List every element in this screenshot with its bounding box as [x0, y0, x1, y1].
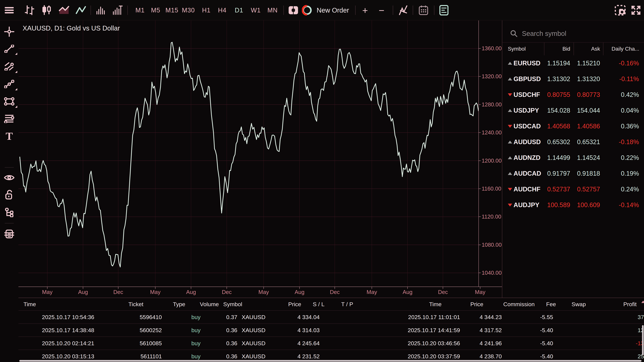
market-watch-row-audjpy[interactable]: AUDJPY100.589100.609-0.14% — [502, 197, 644, 213]
arrow-up-icon — [508, 156, 512, 159]
vertical-scrollbar[interactable] — [642, 325, 644, 355]
crosshair-tool-button[interactable] — [0, 24, 18, 39]
scroll-up-arrow[interactable] — [641, 301, 644, 303]
swap-cell — [590, 311, 615, 324]
line-chart-type-button[interactable] — [76, 0, 86, 20]
zoom-in-button[interactable]: + — [358, 0, 372, 20]
journal-icon — [440, 5, 448, 15]
price-cell: 4 334.04 — [287, 311, 320, 324]
trades-column-header[interactable]: Volume — [194, 298, 219, 310]
zoom-out-button[interactable]: − — [375, 0, 388, 20]
swap-cell — [590, 337, 615, 350]
fibonacci-tool-button[interactable] — [0, 111, 18, 126]
arrow-up-icon — [508, 109, 512, 112]
y-axis-line[interactable] — [478, 20, 479, 287]
text-tool-button[interactable]: T — [0, 129, 18, 144]
trades-column-header[interactable]: Price — [268, 298, 301, 310]
trades-column-header[interactable]: T / P — [336, 298, 359, 310]
menu-button[interactable] — [4, 0, 14, 20]
new-order-button[interactable]: New Order — [302, 0, 349, 20]
trades-column-header[interactable]: Swap — [572, 298, 597, 310]
object-tree-icon — [5, 208, 14, 217]
indicators-button[interactable] — [398, 0, 409, 20]
trades-column-header[interactable]: Time — [372, 298, 442, 310]
daily-change-cell: 0.22% — [595, 150, 639, 166]
trade-row-5610085[interactable]: 2025.10.20 02:14:215610085buy0.36XAUUSD4… — [18, 337, 644, 350]
daily-change-cell: -0.18% — [595, 134, 639, 150]
symbol-search[interactable] — [510, 25, 639, 42]
market-watch-column-header[interactable]: Daily Cha... — [596, 42, 639, 55]
y-axis-label: 1240.00 — [482, 129, 502, 136]
ask-cell: 100.609 — [556, 197, 600, 213]
fullscreen-icon — [630, 5, 641, 15]
ask-cell: 1.15210 — [556, 55, 600, 71]
screenshot-button[interactable] — [614, 0, 627, 20]
toolbar-separator — [355, 5, 356, 15]
market-watch-row-audchf[interactable]: AUDCHF0.527370.527570.24% — [502, 181, 644, 197]
market-watch-row-gbpusd[interactable]: GBPUSD1.313021.31320-0.11% — [502, 71, 644, 87]
new-order-icon — [302, 5, 312, 15]
price-chart[interactable] — [18, 20, 478, 287]
timeframe-mn-button[interactable]: MN — [262, 0, 282, 20]
tick-volumes-button[interactable] — [112, 0, 123, 20]
x-axis-tick — [47, 287, 48, 289]
x-axis-line[interactable] — [18, 287, 502, 287]
object-tree-tool-button[interactable] — [0, 205, 18, 220]
arrow-down-icon — [508, 125, 512, 128]
x-axis-label: Aug — [295, 289, 304, 295]
trendline-tool-button[interactable] — [0, 41, 18, 56]
trades-column-header[interactable]: Time — [24, 298, 100, 310]
volumes-button[interactable] — [96, 0, 106, 20]
unlock-tool-button[interactable] — [0, 187, 18, 202]
chart-window-button[interactable] — [288, 0, 299, 20]
visibility-tool-button[interactable] — [0, 170, 18, 185]
y-axis-label: 1200.00 — [482, 158, 502, 164]
calendar-button[interactable] — [418, 0, 429, 20]
ask-cell: 154.044 — [556, 103, 600, 118]
volumes-icon — [96, 6, 106, 15]
submenu-indicator — [15, 106, 17, 108]
trades-column-header[interactable]: Ticket — [104, 298, 144, 310]
sl-cell — [325, 324, 349, 337]
market-watch-column-header[interactable]: Ask — [556, 42, 600, 55]
market-watch-row-usdjpy[interactable]: USDJPY154.028154.0440.04% — [502, 103, 644, 118]
trades-column-header[interactable]: Profit — [603, 298, 636, 310]
indicators-icon — [398, 5, 408, 15]
trades-column-header[interactable]: Fee — [539, 298, 556, 310]
fullscreen-button[interactable] — [630, 0, 642, 20]
polyline-tool-button[interactable] — [0, 76, 18, 91]
timeframe-m30-button[interactable]: M30 — [178, 0, 198, 20]
trades-column-header[interactable]: Price — [450, 298, 483, 310]
horizontal-scrollbar[interactable] — [19, 360, 642, 362]
market-watch-row-audcad[interactable]: AUDCAD0.917970.918180.19% — [502, 166, 644, 181]
area-chart-type-button[interactable] — [59, 0, 70, 20]
trades-column-header[interactable]: S / L — [307, 298, 330, 310]
trades-column-header[interactable]: Symbol — [223, 298, 257, 310]
trades-column-header[interactable]: Commission — [493, 298, 535, 310]
market-watch-column-header[interactable]: Symbol — [508, 42, 526, 55]
volume-cell: 0.36 — [212, 324, 237, 337]
search-icon — [510, 30, 518, 37]
market-watch-row-audusd[interactable]: AUDUSD0.653020.65321-0.18% — [502, 134, 644, 150]
bar-chart-type-button[interactable] — [24, 0, 34, 20]
market-watch-row-usdchf[interactable]: USDCHF0.807550.807730.42% — [502, 87, 644, 103]
market-watch-row-eurusd[interactable]: EURUSD1.151941.15210-0.16% — [502, 55, 644, 71]
fee-cell — [558, 337, 574, 350]
daily-change-cell: 0.42% — [595, 87, 639, 103]
profit-cell: 377.03 — [622, 311, 644, 324]
tp-cell — [354, 337, 377, 350]
profit-cell: 125.64 — [622, 324, 644, 337]
journal-button[interactable] — [438, 0, 450, 20]
daily-change-cell: -0.11% — [595, 71, 639, 87]
channel-tool-button[interactable] — [0, 59, 18, 74]
y-axis-tick — [478, 273, 481, 273]
market-watch-row-audnzd[interactable]: AUDNZD1.144991.145240.22% — [502, 150, 644, 166]
candlestick-chart-type-button[interactable] — [42, 0, 52, 20]
rectangle-tool-button[interactable] — [0, 94, 18, 109]
layers-tool-button[interactable] — [0, 226, 18, 242]
market-watch-row-usdcad[interactable]: USDCAD1.405681.405860.36% — [502, 118, 644, 134]
search-symbol-input[interactable] — [522, 30, 622, 37]
trade-row-5600252[interactable]: 2025.10.17 14:38:485600252buy0.36XAUUSD4… — [18, 324, 644, 337]
trade-row-5596410[interactable]: 2025.10.17 10:54:365596410buy0.37XAUUSD4… — [18, 310, 644, 324]
y-axis-label: 1120.00 — [482, 214, 502, 220]
